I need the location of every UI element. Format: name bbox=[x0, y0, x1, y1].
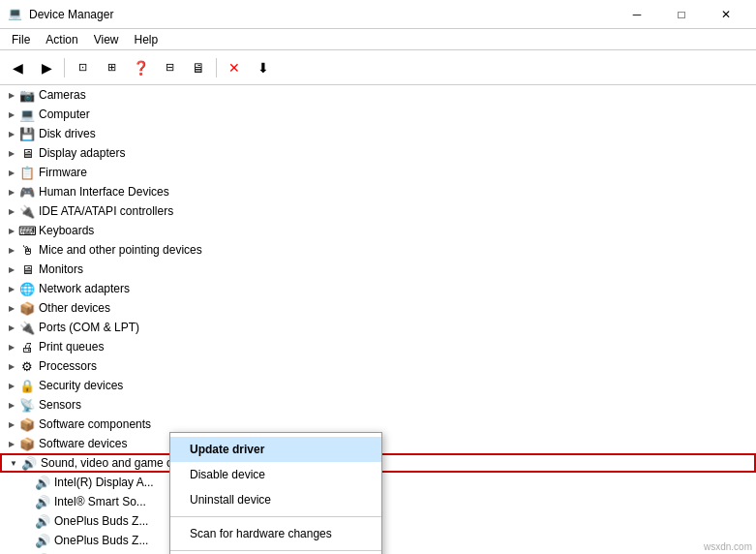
label-otherdevices: Other devices bbox=[39, 301, 110, 315]
tree-item-network[interactable]: ▶ 🌐 Network adapters bbox=[0, 279, 756, 298]
toggle-ide[interactable]: ▶ bbox=[4, 203, 19, 219]
label-softwarecomponents: Software components bbox=[39, 417, 151, 431]
label-network: Network adapters bbox=[39, 282, 130, 295]
toggle-ports[interactable]: ▶ bbox=[4, 320, 19, 335]
toggle-firmware[interactable]: ▶ bbox=[4, 165, 19, 180]
toolbar: ◀ ▶ ⊡ ⊞ ❓ ⊟ 🖥 ✕ ⬇ bbox=[0, 50, 756, 85]
menu-help[interactable]: Help bbox=[127, 31, 166, 48]
context-menu-update-driver[interactable]: Update driver bbox=[170, 437, 381, 462]
icon-intel-smart: 🔊 bbox=[35, 494, 50, 509]
toolbar-btn2[interactable]: ⊞ bbox=[98, 54, 125, 81]
title-bar-controls: ─ □ ✕ bbox=[615, 0, 748, 29]
toolbar-remove[interactable]: ✕ bbox=[221, 54, 248, 81]
icon-ports: 🔌 bbox=[19, 320, 35, 335]
menu-file[interactable]: File bbox=[4, 31, 38, 48]
toggle-computer[interactable]: ▶ bbox=[4, 107, 19, 122]
icon-keyboards: ⌨ bbox=[19, 223, 35, 238]
toggle-softwaredevices[interactable]: ▶ bbox=[4, 436, 19, 451]
tree-item-ide[interactable]: ▶ 🔌 IDE ATA/ATAPI controllers bbox=[0, 201, 756, 221]
icon-computer: 💻 bbox=[19, 107, 35, 122]
toolbar-monitor[interactable]: 🖥 bbox=[185, 54, 212, 81]
toolbar-btn3[interactable]: ⊟ bbox=[156, 54, 183, 81]
label-printqueues: Print queues bbox=[39, 340, 104, 354]
toggle-security[interactable]: ▶ bbox=[4, 378, 19, 393]
tree-item-hid[interactable]: ▶ 🎮 Human Interface Devices bbox=[0, 182, 756, 201]
tree-item-ports[interactable]: ▶ 🔌 Ports (COM & LPT) bbox=[0, 318, 756, 337]
tree-item-security[interactable]: ▶ 🔒 Security devices bbox=[0, 376, 756, 395]
label-diskdrives: Disk drives bbox=[39, 127, 96, 140]
toggle-diskdrives[interactable]: ▶ bbox=[4, 126, 19, 141]
tree-item-monitors[interactable]: ▶ 🖥 Monitors bbox=[0, 260, 756, 279]
label-processors: Processors bbox=[39, 359, 97, 373]
tree-item-printqueues[interactable]: ▶ 🖨 Print queues bbox=[0, 337, 756, 356]
toolbar-btn1[interactable]: ⊡ bbox=[69, 54, 96, 81]
icon-diskdrives: 💾 bbox=[19, 126, 35, 141]
icon-cameras: 📷 bbox=[19, 87, 35, 103]
label-keyboards: Keyboards bbox=[39, 224, 94, 237]
context-menu-scan-hardware[interactable]: Scan for hardware changes bbox=[170, 521, 381, 546]
app-icon: 💻 bbox=[8, 7, 23, 22]
toggle-cameras[interactable]: ▶ bbox=[4, 87, 19, 103]
menu-bar: File Action View Help bbox=[0, 29, 756, 50]
icon-monitors: 🖥 bbox=[19, 262, 35, 277]
label-intel-display: Intel(R) Display A... bbox=[54, 476, 154, 489]
tree-item-softwarecomponents[interactable]: ▶ 📦 Software components bbox=[0, 415, 756, 434]
toggle-otherdevices[interactable]: ▶ bbox=[4, 300, 19, 316]
tree-item-otherdevices[interactable]: ▶ 📦 Other devices bbox=[0, 298, 756, 318]
toggle-sensors[interactable]: ▶ bbox=[4, 397, 19, 413]
menu-view[interactable]: View bbox=[86, 31, 127, 48]
icon-otherdevices: 📦 bbox=[19, 300, 35, 316]
label-intel-smart: Intel® Smart So... bbox=[54, 495, 146, 508]
toolbar-forward[interactable]: ▶ bbox=[33, 54, 60, 81]
label-sensors: Sensors bbox=[39, 398, 81, 412]
label-oneplus1: OnePlus Buds Z... bbox=[54, 514, 148, 528]
tree-item-keyboards[interactable]: ▶ ⌨ Keyboards bbox=[0, 221, 756, 240]
icon-softwarecomponents: 📦 bbox=[19, 416, 35, 432]
toggle-printqueues[interactable]: ▶ bbox=[4, 339, 19, 354]
label-ide: IDE ATA/ATAPI controllers bbox=[39, 204, 173, 218]
label-monitors: Monitors bbox=[39, 262, 83, 276]
menu-action[interactable]: Action bbox=[38, 31, 85, 48]
toolbar-update[interactable]: ⬇ bbox=[250, 54, 277, 81]
toggle-hid[interactable]: ▶ bbox=[4, 184, 19, 200]
toggle-softwarecomponents[interactable]: ▶ bbox=[4, 416, 19, 432]
tree-item-firmware[interactable]: ▶ 📋 Firmware bbox=[0, 163, 756, 182]
tree-item-processors[interactable]: ▶ ⚙ Processors bbox=[0, 356, 756, 376]
context-menu-uninstall-device[interactable]: Uninstall device bbox=[170, 487, 381, 512]
icon-softwaredevices: 📦 bbox=[19, 436, 35, 451]
label-displayadapters: Display adapters bbox=[39, 146, 125, 160]
label-computer: Computer bbox=[39, 108, 90, 121]
toolbar-help[interactable]: ❓ bbox=[127, 54, 154, 81]
toolbar-back[interactable]: ◀ bbox=[4, 54, 31, 81]
label-ports: Ports (COM & LPT) bbox=[39, 321, 139, 334]
toolbar-sep2 bbox=[216, 58, 217, 77]
toggle-soundvideo[interactable]: ▼ bbox=[6, 455, 21, 471]
tree-item-cameras[interactable]: ▶ 📷 Cameras bbox=[0, 85, 756, 105]
label-hid: Human Interface Devices bbox=[39, 185, 169, 199]
tree-item-computer[interactable]: ▶ 💻 Computer bbox=[0, 105, 756, 124]
toggle-displayadapters[interactable]: ▶ bbox=[4, 145, 19, 161]
context-menu-disable-device[interactable]: Disable device bbox=[170, 462, 381, 487]
maximize-button[interactable]: □ bbox=[659, 0, 704, 29]
toggle-mice[interactable]: ▶ bbox=[4, 242, 19, 258]
icon-displayadapters: 🖥 bbox=[19, 145, 35, 161]
tree-item-mice[interactable]: ▶ 🖱 Mice and other pointing devices bbox=[0, 240, 756, 260]
icon-network: 🌐 bbox=[19, 281, 35, 296]
toggle-network[interactable]: ▶ bbox=[4, 281, 19, 296]
tree-item-sensors[interactable]: ▶ 📡 Sensors bbox=[0, 395, 756, 415]
icon-soundvideo: 🔊 bbox=[21, 455, 37, 471]
icon-mice: 🖱 bbox=[19, 242, 35, 258]
watermark: wsxdn.com bbox=[700, 539, 756, 554]
label-oneplus2: OnePlus Buds Z... bbox=[54, 534, 148, 547]
minimize-button[interactable]: ─ bbox=[615, 0, 659, 29]
icon-oneplus1: 🔊 bbox=[35, 513, 50, 529]
tree-item-diskdrives[interactable]: ▶ 💾 Disk drives bbox=[0, 124, 756, 143]
label-firmware: Firmware bbox=[39, 166, 87, 179]
title-bar: 💻 Device Manager ─ □ ✕ bbox=[0, 0, 756, 29]
toggle-monitors[interactable]: ▶ bbox=[4, 262, 19, 277]
tree-item-displayadapters[interactable]: ▶ 🖥 Display adapters bbox=[0, 143, 756, 163]
label-security: Security devices bbox=[39, 379, 123, 392]
icon-printqueues: 🖨 bbox=[19, 339, 35, 354]
toggle-processors[interactable]: ▶ bbox=[4, 358, 19, 374]
close-button[interactable]: ✕ bbox=[704, 0, 748, 29]
